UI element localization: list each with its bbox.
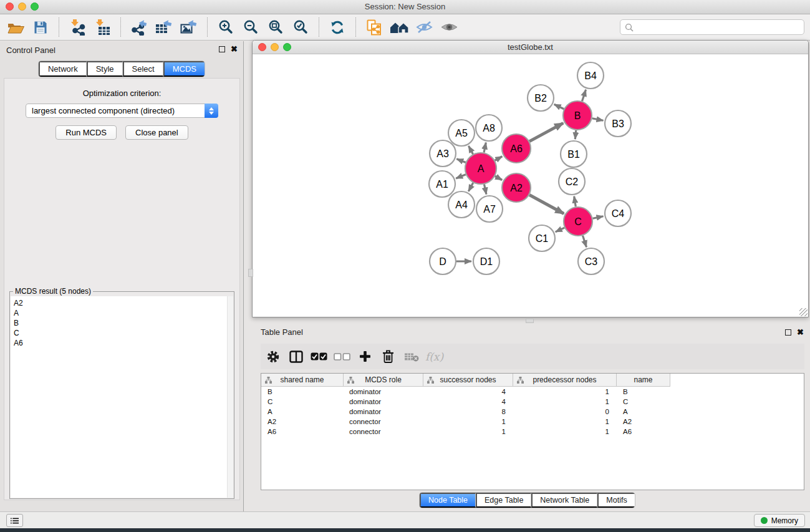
- tab-motifs[interactable]: Motifs: [597, 493, 634, 508]
- delete-table-button[interactable]: [400, 345, 423, 368]
- first-neighbors-button[interactable]: [387, 16, 412, 39]
- add-column-button[interactable]: [354, 345, 377, 368]
- tab-node-table[interactable]: Node Table: [420, 493, 476, 508]
- memory-button[interactable]: Memory: [754, 514, 805, 527]
- run-mcds-button[interactable]: Run MCDS: [55, 125, 117, 140]
- select-all-button[interactable]: [307, 345, 330, 368]
- search-box[interactable]: [620, 19, 804, 35]
- graph-edge[interactable]: [554, 104, 564, 109]
- graph-edge[interactable]: [582, 236, 586, 247]
- list-item[interactable]: B: [11, 318, 233, 328]
- new-network-from-selection-button[interactable]: [362, 16, 387, 39]
- deselect-all-button[interactable]: [330, 345, 354, 368]
- minimize-window-button[interactable]: [18, 2, 26, 11]
- graph-edge[interactable]: [529, 123, 563, 141]
- graph-edge[interactable]: [484, 143, 486, 153]
- graph-edge[interactable]: [495, 176, 502, 180]
- graph-edge[interactable]: [582, 90, 586, 101]
- network-window-titlebar[interactable]: testGlobe.txt: [253, 41, 808, 54]
- table-row[interactable]: A2 connector 1 1 A2: [261, 417, 804, 427]
- tab-mcds[interactable]: MCDS: [163, 61, 205, 77]
- graph-edge[interactable]: [593, 216, 604, 218]
- table-row[interactable]: B dominator 4 1 B: [261, 387, 804, 397]
- list-item[interactable]: A6: [11, 338, 233, 348]
- graph-edge[interactable]: [468, 146, 473, 154]
- graph-edge[interactable]: [468, 183, 473, 191]
- save-session-button[interactable]: [28, 16, 53, 39]
- refresh-view-button[interactable]: [325, 16, 350, 39]
- save-floppy-icon: [34, 21, 47, 34]
- column-header-name[interactable]: name: [617, 374, 670, 387]
- graph-edge[interactable]: [574, 196, 576, 207]
- table-row[interactable]: A dominator 8 0 A: [261, 407, 804, 417]
- zoom-out-icon: [243, 19, 259, 36]
- minimize-network-window-button[interactable]: [271, 43, 279, 51]
- list-item[interactable]: C: [11, 328, 233, 338]
- window-resize-grip[interactable]: [799, 308, 808, 316]
- close-panel-icon-button[interactable]: ✖: [231, 46, 238, 52]
- column-header-mcds-role[interactable]: MCDS role: [344, 374, 423, 387]
- graph-edge[interactable]: [592, 118, 604, 121]
- import-network-button[interactable]: [65, 16, 90, 39]
- mcds-result-list[interactable]: A2 A B C A6: [11, 296, 233, 498]
- delete-column-button[interactable]: [377, 345, 400, 368]
- hide-selected-button[interactable]: [412, 16, 436, 39]
- table-row[interactable]: C dominator 4 1 C: [261, 397, 804, 407]
- close-window-button[interactable]: [6, 2, 14, 11]
- list-item[interactable]: A2: [11, 298, 233, 308]
- zoom-out-button[interactable]: [238, 16, 263, 39]
- network-graph[interactable]: B4B2BB3A8A5A6A3B1AA1C2A2A4A7C4CC1C3DD1: [253, 54, 808, 317]
- close-table-panel-button[interactable]: ✖: [797, 329, 804, 336]
- zoom-fit-button[interactable]: [263, 16, 288, 39]
- application-window: Session: New Session: [0, 0, 810, 532]
- tab-network-table[interactable]: Network Table: [531, 493, 597, 508]
- show-all-button[interactable]: [436, 16, 461, 39]
- tab-edge-table[interactable]: Edge Table: [476, 493, 531, 508]
- table-row[interactable]: A6 connector 1 1 A6: [261, 427, 804, 437]
- control-panel-tabbar: Network Style Select MCDS: [38, 60, 205, 77]
- column-header-predecessor-nodes[interactable]: predecessor nodes: [513, 374, 617, 387]
- function-builder-button[interactable]: f(x): [423, 345, 446, 368]
- list-item[interactable]: A: [11, 308, 233, 318]
- zoom-network-window-button[interactable]: [283, 43, 291, 51]
- close-network-window-button[interactable]: [258, 43, 266, 51]
- show-panels-button[interactable]: [6, 514, 23, 527]
- tab-select[interactable]: Select: [123, 61, 163, 77]
- export-image-button[interactable]: [176, 16, 201, 39]
- table-settings-button[interactable]: [261, 345, 284, 368]
- graph-edge[interactable]: [529, 195, 564, 213]
- float-table-panel-button[interactable]: [785, 329, 791, 336]
- network-canvas[interactable]: B4B2BB3A8A5A6A3B1AA1C2A2A4A7C4CC1C3DD1: [253, 54, 808, 317]
- column-header-successor-nodes[interactable]: successor nodes: [423, 374, 513, 387]
- column-layout-button[interactable]: [284, 345, 307, 368]
- close-panel-button[interactable]: Close panel: [125, 125, 188, 140]
- open-session-button[interactable]: [3, 16, 28, 39]
- tab-network[interactable]: Network: [39, 61, 87, 77]
- optimization-criterion-label: Optimization criterion:: [4, 89, 239, 98]
- toolbar-separator: [59, 17, 59, 37]
- horizontal-scrollbar-thumb[interactable]: [526, 319, 534, 323]
- graph-edge[interactable]: [456, 175, 466, 178]
- zoom-window-button[interactable]: [31, 2, 39, 11]
- export-table-button[interactable]: [152, 16, 176, 39]
- float-panel-button[interactable]: [219, 46, 225, 52]
- graph-node-label: A7: [483, 204, 496, 215]
- graph-edge[interactable]: [495, 157, 503, 161]
- zoom-in-button[interactable]: [213, 16, 238, 39]
- import-table-button[interactable]: [90, 16, 115, 39]
- graph-node-label: A2: [510, 183, 523, 193]
- search-input[interactable]: [637, 22, 799, 32]
- graph-edge[interactable]: [484, 184, 486, 194]
- memory-label: Memory: [771, 516, 798, 525]
- graph-edge[interactable]: [556, 228, 564, 232]
- criterion-dropdown[interactable]: largest connected component (directed): [26, 104, 218, 118]
- graph-edge[interactable]: [456, 159, 465, 163]
- export-network-button[interactable]: [127, 16, 152, 39]
- graph-edge[interactable]: [575, 130, 576, 139]
- vertical-scrollbar-thumb[interactable]: [248, 269, 253, 277]
- column-header-shared-name[interactable]: shared name: [261, 374, 344, 387]
- tab-style[interactable]: Style: [87, 61, 123, 77]
- result-scrollbar[interactable]: [227, 296, 233, 498]
- graph-node-label: A5: [455, 128, 468, 138]
- zoom-selected-button[interactable]: [288, 16, 313, 39]
